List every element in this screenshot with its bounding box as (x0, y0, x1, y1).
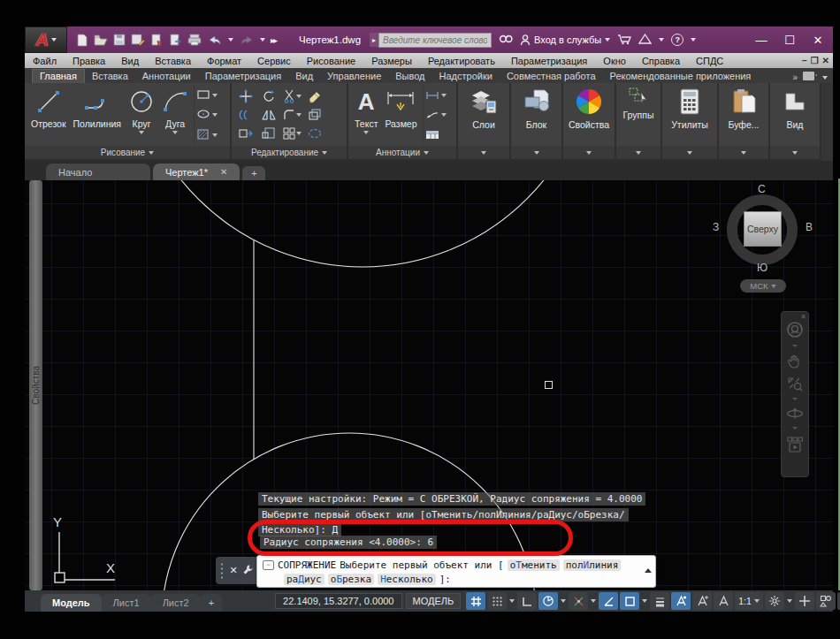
open-file-button[interactable] (94, 34, 108, 46)
new-drawing-tab-button[interactable]: + (242, 166, 265, 180)
panel-label-utilities[interactable] (662, 146, 717, 159)
redo-button[interactable] (239, 34, 255, 46)
circle-button[interactable]: Круг (125, 85, 158, 146)
menu-format[interactable]: Формат (199, 53, 249, 68)
dim-dropdown-icon[interactable] (441, 94, 447, 97)
dynamic-input-toggle[interactable] (599, 592, 618, 610)
polar-tracking-toggle[interactable] (538, 592, 558, 610)
file-tab-start[interactable]: Начало (46, 164, 150, 180)
panel-label-groups[interactable] (616, 146, 661, 159)
dimension-button[interactable]: Размер (381, 85, 420, 146)
otrack-dropdown-icon[interactable] (590, 592, 597, 610)
drawing-canvas[interactable]: Свойства Сверху С Ю З В МСК ✕ (25, 180, 833, 590)
rectangle-icon[interactable] (196, 87, 210, 103)
view-button[interactable]: Вид (775, 85, 815, 146)
menu-file[interactable]: Файл (25, 53, 65, 68)
search-expand-icon[interactable]: ▸ (370, 33, 378, 47)
panel-label-block[interactable] (511, 146, 561, 159)
grid-display-toggle[interactable] (466, 592, 485, 610)
menu-view[interactable]: Вид (113, 53, 147, 68)
table-icon[interactable] (425, 127, 439, 143)
ribbon-display-options-icon[interactable] (803, 72, 817, 83)
redo-dropdown-icon[interactable] (260, 38, 265, 42)
scale-button[interactable] (262, 127, 276, 140)
text-dropdown-icon[interactable] (363, 131, 369, 134)
export-button[interactable] (169, 34, 182, 47)
offset-button[interactable] (239, 109, 253, 121)
polar-dropdown-icon[interactable] (560, 592, 567, 610)
application-menu-button[interactable]: A (25, 27, 67, 53)
file-tab-close-icon[interactable]: ✕ (220, 167, 227, 177)
trim-button[interactable] (283, 89, 302, 103)
polyline-button[interactable]: Полилиния (70, 85, 126, 146)
leader-icon[interactable] (425, 107, 439, 123)
option-multiple[interactable]: Несколько (378, 574, 436, 585)
help-icon[interactable]: ? (671, 34, 683, 46)
properties-button[interactable]: Свойства (561, 85, 616, 146)
signin-button[interactable]: Вход в службы (520, 34, 610, 46)
new-file-button[interactable] (76, 34, 88, 47)
app-store-icon[interactable] (617, 34, 631, 47)
plot-stamp-button[interactable] (150, 34, 164, 47)
snap-dropdown-icon[interactable] (508, 592, 515, 610)
text-button[interactable]: A Текст (351, 85, 381, 146)
ribbon-tab-addins[interactable]: Надстройки (432, 70, 500, 83)
save-button[interactable] (113, 34, 126, 46)
panel-label-view[interactable] (770, 146, 820, 159)
hatch-dropdown-icon[interactable] (212, 133, 218, 137)
ribbon-tab-collaborate[interactable]: Совместная работа (500, 70, 603, 83)
object-snap-toggle[interactable] (620, 592, 639, 610)
erase-button[interactable] (308, 89, 322, 103)
doc-close-icon[interactable]: ✕ (822, 56, 829, 65)
ribbon-tab-manage[interactable]: Управление (320, 70, 388, 83)
annotation-scale-value[interactable]: 1:1 (735, 592, 763, 610)
menu-spds[interactable]: СПДС (688, 53, 731, 68)
option-undo[interactable]: оТменить (508, 559, 560, 571)
maximize-button[interactable]: ☐ (776, 29, 803, 50)
linear-dimension-icon[interactable] (425, 87, 439, 103)
annotation-visibility-toggle[interactable] (671, 592, 691, 610)
ribbon-tab-parametric[interactable]: Параметризация (198, 70, 288, 83)
panel-label-properties[interactable] (563, 146, 615, 159)
arc-button[interactable]: Дуга (158, 85, 192, 146)
qat-customize-icon[interactable]: ▸▸ (271, 35, 276, 45)
circle-dropdown-icon[interactable] (139, 131, 144, 134)
command-history-toggle-icon[interactable] (645, 568, 652, 573)
ribbon-tab-annotate[interactable]: Аннотации (135, 70, 198, 83)
object-snap-tracking-toggle[interactable] (569, 592, 588, 610)
copy-button[interactable] (308, 109, 322, 121)
explode-button[interactable] (308, 128, 322, 139)
undo-dropdown-icon[interactable] (228, 38, 233, 42)
workspace-switching-button[interactable] (765, 592, 784, 610)
menu-help[interactable]: Справка (634, 53, 688, 68)
ortho-mode-toggle[interactable] (517, 592, 537, 610)
ellipse-dropdown-icon[interactable] (212, 113, 218, 117)
fillet-button[interactable] (283, 109, 302, 121)
lineweight-toggle[interactable] (650, 592, 669, 610)
option-radius[interactable]: раДиус (284, 574, 325, 585)
clipboard-button[interactable]: Буфе... (721, 85, 766, 146)
undo-button[interactable] (207, 34, 223, 46)
panel-label-annotation[interactable]: Аннотации (348, 146, 456, 159)
annotation-autoscale-toggle[interactable] (692, 592, 712, 610)
a360-icon[interactable] (638, 34, 652, 46)
new-layout-button[interactable]: + (201, 594, 222, 612)
snap-mode-toggle[interactable] (487, 592, 507, 610)
menu-window[interactable]: Окно (595, 53, 634, 68)
move-button[interactable] (239, 89, 253, 103)
panel-label-clipboard[interactable] (719, 146, 768, 159)
menu-parametric[interactable]: Параметризация (503, 53, 595, 68)
ribbon-tab-view[interactable]: Вид (288, 70, 320, 83)
rectangle-dropdown-icon[interactable] (212, 94, 218, 97)
a360-dropdown-icon[interactable] (659, 38, 664, 42)
command-window-handle[interactable]: ✕ (216, 557, 258, 584)
close-button[interactable]: ✕ (805, 29, 831, 50)
search-input[interactable] (378, 33, 492, 48)
doc-minimize-icon[interactable]: – (802, 56, 807, 65)
menu-draw[interactable]: Рисование (299, 53, 363, 68)
leader-dropdown-icon[interactable] (441, 113, 447, 117)
ellipse-icon[interactable] (196, 107, 210, 123)
mirror-button[interactable] (262, 109, 276, 121)
drag-grip-icon[interactable] (220, 562, 225, 580)
panel-label-layers[interactable] (458, 146, 509, 159)
